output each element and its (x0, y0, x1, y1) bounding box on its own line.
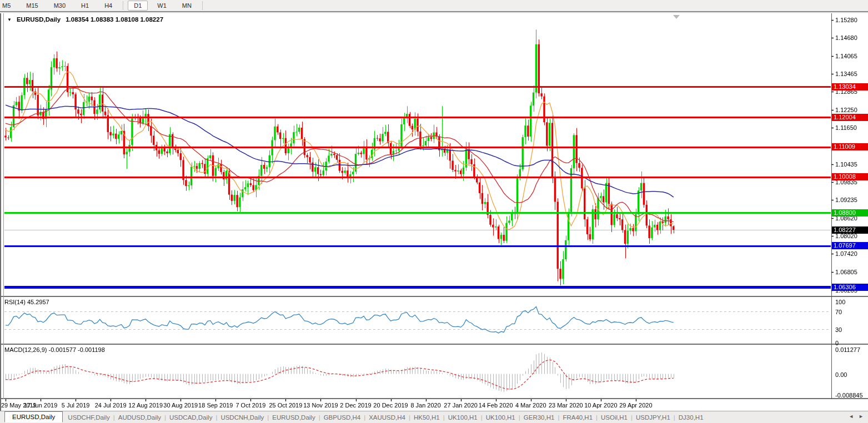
date-axis-label: 8 Jan 2020 (410, 402, 440, 409)
price-level-badge: 1.07697 (832, 242, 868, 249)
price-axis-label: 1.12250 (835, 107, 857, 113)
date-axis-label: 27 Jan 2020 (444, 402, 478, 409)
timeframe-button-m30[interactable]: M30 (48, 1, 72, 11)
chart-tab-usdchf-daily[interactable]: USDCHF,Daily (65, 413, 112, 422)
date-axis-label: 2 Dec 2019 (340, 402, 371, 409)
chart-tab-audusd-daily[interactable]: AUDUSD,Daily (116, 413, 164, 422)
mt4-terminal: M5M15M30H1H4D1W1MN ▼ EURUSD,Daily 1.0835… (0, 0, 868, 423)
price-level-badge: 1.13034 (832, 83, 868, 90)
macd-axis-label: 0.011277 (835, 346, 860, 353)
chart-tab-eurusd-daily[interactable]: EURUSD,Daily (269, 413, 318, 422)
symbol-dropdown-icon[interactable]: ▼ (7, 17, 12, 22)
chart-tab-gbpusd-h4[interactable]: GBPUSD,H4 (321, 413, 363, 422)
rsi-axis-label: 100 (835, 299, 845, 305)
rsi-axis-label: 70 (835, 309, 842, 315)
macd-axis-label: -0.008845 (835, 392, 863, 399)
price-level-badge: 1.06306 (832, 284, 868, 291)
chart-tab-usdjpy-h1[interactable]: USDJPY,H1 (633, 413, 673, 422)
timeframe-button-m5[interactable]: M5 (0, 1, 17, 11)
tab-scroll-right-icon[interactable]: ► (859, 414, 864, 419)
date-axis-label: 13 Nov 2019 (303, 402, 338, 409)
chart-tab-usdcad-daily[interactable]: USDCAD,Daily (167, 413, 215, 422)
chart-shift-marker-icon[interactable] (673, 15, 680, 19)
date-axis-label: 14 Feb 2020 (479, 402, 513, 409)
timeframe-button-m15[interactable]: M15 (20, 1, 44, 11)
timeframe-button-mn[interactable]: MN (176, 1, 198, 11)
timeframe-button-d1[interactable]: D1 (128, 1, 148, 11)
date-axis-label: 12 Aug 2019 (128, 402, 163, 409)
price-level-badge: 1.12004 (832, 114, 868, 121)
chart-tab-bar: EURUSD,DailyUSDCHF,Daily|AUDUSD,Daily|US… (0, 411, 868, 423)
date-axis-label: 18 Sep 2019 (198, 402, 233, 409)
price-axis-label: 1.08020 (835, 233, 857, 239)
date-axis-label: 29 Apr 2020 (619, 402, 652, 409)
macd-axis-label: 0.00 (835, 371, 847, 378)
date-axis-label: 30 Aug 2019 (163, 402, 198, 409)
date-axis-label: 5 Jul 2019 (62, 402, 90, 409)
price-axis-label: 1.10435 (835, 161, 857, 168)
rsi-indicator-label: RSI(14) 45.2957 (4, 299, 49, 305)
chart-symbol-label: EURUSD,Daily (17, 16, 61, 23)
tab-scroll-arrows: ◄► (849, 414, 864, 419)
price-axis-label: 1.07420 (835, 250, 857, 257)
chart-tab-dj30-h1[interactable]: DJ30,H1 (676, 413, 706, 422)
price-axis-label: 1.11650 (835, 124, 857, 131)
chart-title: ▼ EURUSD,Daily 1.08354 1.08383 1.08108 1… (7, 16, 163, 23)
price-axis-label: 1.06805 (835, 269, 857, 275)
date-axis-label: 4 Mar 2020 (515, 402, 546, 409)
chart-tab-fra40-h1[interactable]: FRA40,H1 (560, 413, 595, 422)
date-axis-label: 10 Apr 2020 (584, 402, 617, 409)
timeframe-button-h4[interactable]: H4 (98, 1, 118, 11)
chart-window: ▼ EURUSD,Daily 1.08354 1.08383 1.08108 1… (0, 13, 868, 411)
date-axis-label: 7 Oct 2019 (235, 402, 265, 409)
date-axis-label: 25 Oct 2019 (269, 402, 302, 409)
price-axis-label: 1.09235 (835, 197, 857, 203)
rsi-axis-label: 30 (835, 326, 842, 333)
date-axis-label: 23 Mar 2020 (549, 402, 583, 409)
chart-tab-ger30-h1[interactable]: GER30,H1 (521, 413, 558, 422)
price-axis-label: 1.15280 (835, 17, 857, 23)
timeframe-toolbar: M5M15M30H1H4D1W1MN (0, 0, 868, 12)
date-axis-label: 24 Jul 2019 (95, 402, 127, 409)
chart-tab-xauusd-h4[interactable]: XAUUSD,H4 (366, 413, 408, 422)
timeframe-button-h1[interactable]: H1 (75, 1, 95, 11)
price-axis-label: 1.14065 (835, 53, 857, 59)
chart-tab-uk100-h1[interactable]: UK100,H1 (445, 413, 480, 422)
chart-tab-usoil-h1[interactable]: USOil,H1 (598, 413, 630, 422)
chart-tab-uk100-h1[interactable]: UK100,H1 (483, 413, 518, 422)
price-level-badge: 1.08800 (832, 209, 868, 216)
toolbar-separator (123, 1, 123, 10)
toolbar-separator (202, 1, 203, 10)
price-level-badge: 1.10008 (832, 173, 868, 180)
price-level-badge: 1.11009 (832, 143, 868, 150)
chart-ohlc-values: 1.08354 1.08383 1.08108 1.08227 (66, 16, 163, 23)
chart-tab-eurusd-daily[interactable]: EURUSD,Daily (4, 411, 63, 422)
price-chart-canvas[interactable] (0, 13, 868, 411)
timeframe-button-w1[interactable]: W1 (151, 1, 173, 11)
macd-indicator-label: MACD(12,26,9) -0.001577 -0.001198 (4, 346, 105, 353)
current-price-badge: 1.08227 (832, 226, 868, 234)
tab-scroll-left-icon[interactable]: ◄ (849, 414, 854, 419)
chart-tab-hk50-h1[interactable]: HK50,H1 (411, 413, 443, 422)
price-axis-label: 1.13465 (835, 70, 857, 77)
date-axis-label: 20 Dec 2019 (373, 402, 408, 409)
price-axis-label: 1.14680 (835, 34, 857, 41)
rsi-axis-label: 0 (835, 340, 839, 346)
date-axis-label: 17 Jun 2019 (24, 402, 58, 409)
chart-tab-usdcnh-daily[interactable]: USDCNH,Daily (218, 413, 267, 422)
